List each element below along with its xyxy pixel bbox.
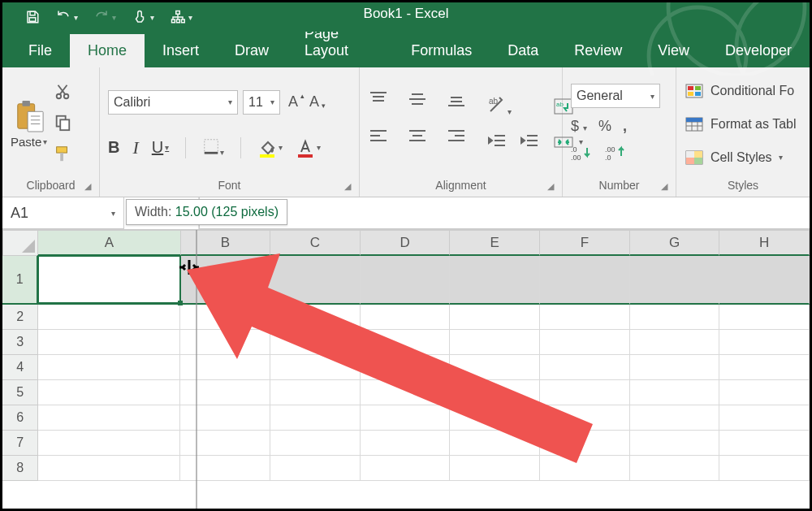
tab-review[interactable]: Review: [556, 34, 640, 67]
cell[interactable]: [180, 456, 270, 481]
cell[interactable]: [180, 330, 270, 355]
cell[interactable]: [270, 355, 361, 380]
dialog-launcher-icon[interactable]: ◢: [84, 181, 91, 192]
fill-color-button[interactable]: ▾: [257, 138, 283, 158]
cell[interactable]: [450, 380, 540, 405]
align-top-icon[interactable]: [368, 90, 395, 121]
cell[interactable]: [270, 405, 361, 431]
shrink-font-icon[interactable]: A: [306, 93, 322, 110]
cut-icon[interactable]: [54, 83, 71, 104]
column-header-d[interactable]: D: [361, 230, 451, 256]
bold-button[interactable]: B: [108, 138, 119, 157]
cell[interactable]: [540, 456, 630, 481]
column-header-e[interactable]: E: [450, 230, 540, 256]
cell-f1[interactable]: [540, 256, 630, 305]
cell[interactable]: [361, 405, 451, 431]
row-header-1[interactable]: 1: [2, 256, 38, 305]
number-format-select[interactable]: General▾: [571, 84, 660, 108]
cell[interactable]: [630, 330, 720, 355]
cell[interactable]: [270, 305, 361, 330]
cell[interactable]: [180, 405, 270, 431]
font-size-select[interactable]: 11▾: [243, 90, 280, 115]
conditional-formatting-button[interactable]: Conditional Fo: [685, 78, 797, 103]
worksheet[interactable]: A B C D E F G H 1 2 3 4 5 6 7: [2, 230, 810, 481]
cell[interactable]: [270, 456, 361, 481]
comma-format-button[interactable]: ,: [623, 118, 627, 135]
cell[interactable]: [630, 380, 720, 405]
font-color-button[interactable]: ▾: [296, 138, 321, 158]
cell[interactable]: [450, 330, 540, 355]
cell[interactable]: [630, 431, 720, 456]
align-middle-icon[interactable]: [407, 90, 434, 121]
cell[interactable]: [38, 355, 180, 380]
tab-home[interactable]: Home: [70, 34, 145, 67]
cell[interactable]: [540, 380, 630, 405]
increase-decimal-icon[interactable]: .0.00: [571, 145, 594, 164]
cell[interactable]: [540, 405, 630, 431]
cell[interactable]: [719, 405, 810, 431]
formula-input[interactable]: [199, 197, 810, 229]
cell[interactable]: [180, 305, 270, 330]
decrease-indent-icon[interactable]: [486, 132, 508, 154]
cell[interactable]: [450, 456, 540, 481]
cell-b1[interactable]: [181, 256, 271, 305]
cell[interactable]: [361, 355, 451, 380]
tab-data[interactable]: Data: [490, 34, 556, 67]
cell[interactable]: [450, 405, 540, 431]
touch-mode-icon[interactable]: ▾: [132, 10, 154, 24]
cell[interactable]: [180, 380, 270, 405]
cell[interactable]: [719, 355, 810, 380]
cell[interactable]: [180, 431, 270, 456]
tab-formulas[interactable]: Formulas: [393, 34, 490, 67]
italic-button[interactable]: I: [132, 137, 138, 158]
cell[interactable]: [540, 305, 630, 330]
format-as-table-button[interactable]: Format as Tabl: [685, 111, 797, 136]
cell-e1[interactable]: [450, 256, 540, 305]
increase-indent-icon[interactable]: [519, 132, 540, 154]
cell[interactable]: [270, 330, 361, 355]
column-header-g[interactable]: G: [630, 230, 720, 256]
cell-d1[interactable]: [361, 256, 451, 305]
cell[interactable]: [270, 431, 361, 456]
cell[interactable]: [38, 405, 180, 431]
cell[interactable]: [630, 456, 720, 481]
align-bottom-icon[interactable]: [446, 90, 473, 121]
cell[interactable]: [630, 305, 720, 330]
tab-developer[interactable]: Developer: [707, 34, 810, 67]
cell[interactable]: [719, 330, 810, 355]
percent-format-button[interactable]: %: [598, 118, 611, 135]
column-header-h[interactable]: H: [719, 230, 810, 256]
column-header-b[interactable]: B: [181, 230, 271, 256]
row-header-3[interactable]: 3: [2, 330, 38, 355]
tab-insert[interactable]: Insert: [145, 34, 217, 67]
cell[interactable]: [719, 456, 810, 481]
undo-button[interactable]: ▾: [56, 10, 78, 24]
align-right-icon[interactable]: [446, 128, 473, 158]
underline-button[interactable]: U ▾: [152, 138, 169, 157]
cell-h1[interactable]: [719, 256, 810, 305]
redo-button[interactable]: ▾: [94, 10, 116, 24]
row-header-7[interactable]: 7: [2, 431, 38, 456]
format-painter-icon[interactable]: [54, 145, 71, 166]
cell[interactable]: [38, 330, 180, 355]
tab-view[interactable]: View: [640, 34, 707, 67]
row-header-6[interactable]: 6: [2, 405, 38, 431]
orientation-button[interactable]: ab▾: [486, 95, 540, 118]
tab-file[interactable]: File: [11, 34, 70, 67]
align-left-icon[interactable]: [368, 128, 395, 158]
cell[interactable]: [361, 330, 451, 355]
cell[interactable]: [630, 355, 720, 380]
cell[interactable]: [180, 355, 270, 380]
name-box[interactable]: A1▾: [2, 197, 124, 229]
accounting-format-button[interactable]: $ ▾: [571, 118, 587, 135]
row-header-8[interactable]: 8: [2, 456, 38, 481]
font-name-select[interactable]: Calibri▾: [108, 90, 238, 115]
cell[interactable]: [361, 456, 451, 481]
cell[interactable]: [270, 380, 361, 405]
cell[interactable]: [719, 431, 810, 456]
cell[interactable]: [361, 305, 451, 330]
dialog-launcher-icon[interactable]: ◢: [344, 181, 351, 192]
cell-g1[interactable]: [630, 256, 720, 305]
tab-draw[interactable]: Draw: [217, 34, 287, 67]
cell[interactable]: [38, 456, 180, 481]
